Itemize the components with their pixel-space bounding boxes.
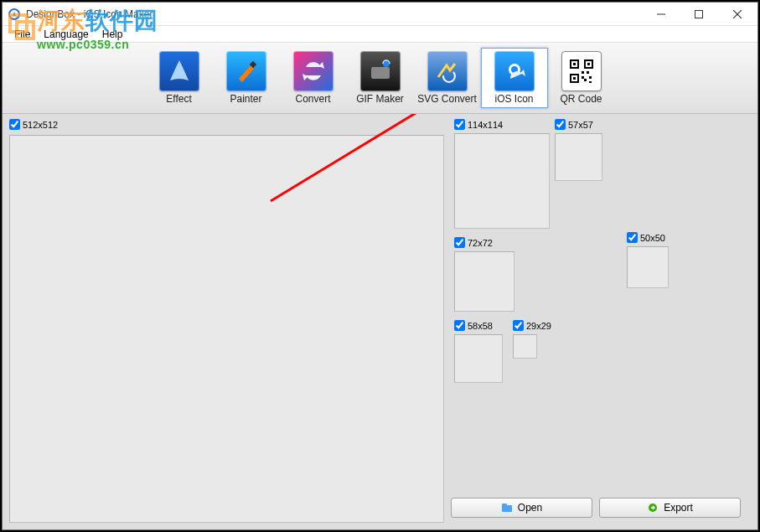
check-512[interactable] <box>9 119 20 130</box>
check-50[interactable] <box>627 232 638 243</box>
preview-58[interactable] <box>454 334 503 383</box>
effect-icon <box>159 51 199 91</box>
block-29: 29x29 <box>513 320 551 383</box>
svg-rect-2 <box>695 10 702 18</box>
window-title: DesignBox - iOS Icon Maker <box>26 8 642 20</box>
size-label: 50x50 <box>640 233 665 243</box>
gif-maker-icon <box>360 51 401 91</box>
svg-rect-17 <box>587 71 589 74</box>
block-114: 114x114 <box>454 119 548 229</box>
preview-72[interactable] <box>454 251 514 312</box>
check-58[interactable] <box>454 320 465 331</box>
size-label: 57x57 <box>568 120 593 130</box>
menu-bar: File Language Help <box>3 26 757 43</box>
tool-label: SVG Convert <box>414 93 481 105</box>
toolbar: Effect Painter Convert GIF Maker SVG Con… <box>3 43 757 114</box>
menu-help[interactable]: Help <box>96 27 130 42</box>
title-bar: DesignBox - iOS Icon Maker <box>3 3 757 26</box>
close-button[interactable] <box>717 3 757 25</box>
button-label: Open <box>518 502 542 514</box>
check-72[interactable] <box>454 237 465 248</box>
panel-right: 57x57 50x50 Open <box>551 114 757 529</box>
svg-rect-20 <box>584 79 587 81</box>
tool-painter[interactable]: Painter <box>213 48 280 108</box>
export-icon <box>647 502 659 514</box>
check-114[interactable] <box>454 119 465 130</box>
preview-512[interactable] <box>9 135 444 523</box>
tool-label: QR Code <box>548 93 615 105</box>
preview-50[interactable] <box>627 246 669 288</box>
convert-icon <box>293 51 333 91</box>
svg-rect-13 <box>587 63 590 65</box>
panel-middle: 114x114 72x72 58x58 <box>451 114 551 529</box>
size-label: 114x114 <box>468 120 503 130</box>
preview-114[interactable] <box>454 133 550 229</box>
svg-rect-11 <box>573 63 576 65</box>
menu-file[interactable]: File <box>8 27 37 42</box>
svg-rect-19 <box>589 76 592 79</box>
tool-label: GIF Maker <box>347 93 414 105</box>
svg-rect-18 <box>582 76 584 79</box>
svg-line-3 <box>733 10 742 18</box>
block-57: 57x57 <box>555 119 754 181</box>
tool-label: Convert <box>280 93 347 105</box>
app-window: DesignBox - iOS Icon Maker File Language… <box>2 2 758 530</box>
size-label: 512x512 <box>23 120 58 130</box>
svg-rect-21 <box>589 81 592 83</box>
size-label: 29x29 <box>526 321 551 331</box>
svg-rect-16 <box>582 71 584 74</box>
check-512-row: 512x512 <box>9 119 444 130</box>
painter-icon <box>226 51 266 91</box>
minimize-button[interactable] <box>642 3 680 25</box>
preview-57[interactable] <box>555 133 602 181</box>
svg-rect-23 <box>502 504 507 506</box>
tool-gif-maker[interactable]: GIF Maker <box>347 48 414 108</box>
row-72-50: 72x72 <box>454 237 548 312</box>
check-57[interactable] <box>555 119 566 130</box>
tool-label: Painter <box>213 93 280 105</box>
content-area: 512x512 114x114 72x72 <box>3 114 757 529</box>
tool-svg-convert[interactable]: SVG Convert <box>414 48 481 108</box>
action-bar: Open Export <box>451 489 757 529</box>
open-icon <box>501 502 513 514</box>
block-72: 72x72 <box>454 237 514 312</box>
open-button[interactable]: Open <box>451 498 592 518</box>
qr-code-icon <box>561 51 602 91</box>
preview-29[interactable] <box>513 334 537 359</box>
tool-effect[interactable]: Effect <box>146 48 213 108</box>
size-label: 58x58 <box>468 321 493 331</box>
maximize-button[interactable] <box>680 3 717 25</box>
block-50: 50x50 <box>627 232 669 288</box>
export-button[interactable]: Export <box>599 498 741 518</box>
tool-label: iOS Icon <box>482 93 547 105</box>
block-58: 58x58 <box>454 320 503 383</box>
panel-512: 512x512 <box>3 114 451 529</box>
app-icon <box>8 8 21 21</box>
svg-rect-22 <box>502 505 512 512</box>
svg-convert-icon <box>427 51 468 91</box>
tool-convert[interactable]: Convert <box>280 48 347 108</box>
tool-label: Effect <box>146 93 213 105</box>
window-controls <box>642 3 757 25</box>
svg-rect-15 <box>573 77 576 80</box>
tool-ios-icon[interactable]: iOS Icon <box>481 48 548 108</box>
button-label: Export <box>664 502 693 514</box>
check-29[interactable] <box>513 320 524 331</box>
ios-icon-icon <box>494 51 535 91</box>
size-label: 72x72 <box>468 238 493 248</box>
svg-rect-6 <box>371 67 390 79</box>
row-58-29: 58x58 29x29 <box>454 320 548 383</box>
tool-qr-code[interactable]: QR Code <box>548 48 615 108</box>
menu-language[interactable]: Language <box>37 27 95 42</box>
svg-line-4 <box>733 10 742 18</box>
